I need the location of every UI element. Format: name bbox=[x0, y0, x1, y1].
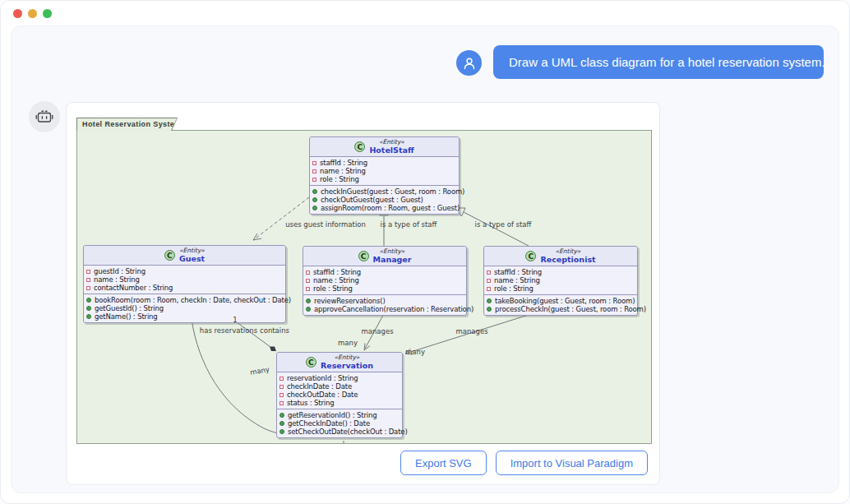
operations-compartment: getReservationId() : String getCheckInDa… bbox=[277, 409, 402, 437]
attribute-icon bbox=[487, 270, 491, 275]
edge-label-manages-manager: manages bbox=[361, 327, 393, 335]
diagram-card: Hotel Reservation System bbox=[66, 102, 660, 485]
operation-row: checkOutGuest(guest : Guest) bbox=[312, 196, 456, 204]
attribute-row: staffId : String bbox=[306, 268, 464, 276]
multiplicity-many-manager: many bbox=[338, 339, 358, 347]
import-to-visual-paradigm-button[interactable]: Import to Visual Paradigm bbox=[496, 451, 648, 475]
operations-compartment: checkInGuest(guest : Guest, room : Room)… bbox=[310, 185, 459, 214]
attribute-icon bbox=[487, 279, 491, 283]
class-name: Receptionist bbox=[540, 255, 595, 264]
class-receptionist[interactable]: C «Entity» Receptionist staffId : String… bbox=[483, 246, 638, 316]
attribute-row: role : String bbox=[487, 284, 635, 293]
edge-label-has-reservations: has reservations bbox=[200, 326, 257, 335]
operation-icon bbox=[312, 206, 317, 210]
export-svg-button[interactable]: Export SVG bbox=[400, 451, 487, 475]
class-stereotype: «Entity» bbox=[373, 248, 412, 255]
close-window-button[interactable] bbox=[13, 9, 22, 18]
edge-label-manages-receptionist: manages bbox=[455, 327, 487, 335]
operation-icon bbox=[312, 189, 317, 194]
class-hotelstaff[interactable]: C «Entity» HotelStaff staffId : String n… bbox=[309, 136, 460, 215]
attribute-icon bbox=[86, 286, 90, 290]
frame-title-tab: Hotel Reservation System bbox=[76, 118, 178, 131]
attribute-icon bbox=[306, 279, 310, 283]
operation-row: assignRoom(room : Room, guest : Guest) bbox=[312, 204, 456, 212]
edge-label-contains: contains bbox=[260, 326, 289, 335]
attribute-row: name : String bbox=[312, 167, 456, 175]
attribute-row: status : String bbox=[279, 399, 400, 407]
attributes-compartment: staffId : String name : String role : St… bbox=[303, 266, 466, 294]
operation-icon bbox=[279, 429, 284, 434]
operation-icon bbox=[86, 306, 91, 311]
operations-compartment: takeBooking(guest : Guest, room : Room) … bbox=[484, 294, 637, 315]
attribute-icon bbox=[487, 287, 491, 291]
class-manager-header: C «Entity» Manager bbox=[303, 247, 466, 266]
attribute-row: role : String bbox=[306, 284, 464, 293]
maximize-window-button[interactable] bbox=[43, 9, 52, 18]
class-guest[interactable]: C «Entity» Guest guestId : String name :… bbox=[83, 245, 286, 323]
class-icon: C bbox=[525, 251, 536, 261]
attributes-compartment: staffId : String name : String role : St… bbox=[484, 266, 637, 294]
operation-row: reviewReservations() bbox=[306, 297, 464, 305]
operation-icon bbox=[86, 298, 91, 303]
content-panel: Draw a UML class diagram for a hotel res… bbox=[11, 25, 839, 493]
operation-row: getName() : String bbox=[86, 312, 283, 321]
attribute-icon bbox=[312, 169, 316, 173]
attribute-row: staffId : String bbox=[312, 159, 456, 167]
attributes-compartment: staffId : String name : String role : St… bbox=[310, 157, 459, 185]
attributes-compartment: guestId : String name : String contactNu… bbox=[84, 266, 285, 294]
robot-icon bbox=[35, 107, 54, 127]
class-stereotype: «Entity» bbox=[369, 139, 413, 146]
diagram-actions: Export SVG Import to Visual Paradigm bbox=[400, 451, 648, 475]
operation-row: getGuestId() : String bbox=[86, 304, 283, 312]
user-message-bubble: Draw a UML class diagram for a hotel res… bbox=[493, 45, 824, 79]
attribute-icon bbox=[279, 385, 284, 389]
class-name: Guest bbox=[179, 254, 205, 263]
attribute-row: name : String bbox=[306, 276, 464, 284]
class-guest-header: C «Entity» Guest bbox=[84, 246, 285, 266]
class-stereotype: «Entity» bbox=[179, 247, 205, 254]
operation-row: getCheckInDate() : Date bbox=[279, 419, 400, 428]
operation-row: checkInGuest(guest : Guest, room : Room) bbox=[312, 187, 456, 196]
class-name: Manager bbox=[373, 255, 412, 264]
class-icon: C bbox=[164, 250, 175, 261]
person-icon bbox=[462, 56, 477, 71]
attribute-row: contactNumber : String bbox=[86, 284, 283, 292]
class-stereotype: «Entity» bbox=[540, 248, 595, 255]
attribute-row: checkOutDate : Date bbox=[279, 391, 400, 399]
operation-row: takeBooking(guest : Guest, room : Room) bbox=[487, 297, 635, 305]
class-stereotype: «Entity» bbox=[321, 354, 373, 361]
attribute-icon bbox=[312, 161, 316, 165]
operation-icon bbox=[487, 298, 492, 303]
operation-row: bookRoom(room : Room, checkIn : Date, ch… bbox=[86, 296, 283, 304]
attribute-row: name : String bbox=[86, 275, 283, 284]
minimize-window-button[interactable] bbox=[28, 9, 37, 18]
uml-frame: Hotel Reservation System bbox=[76, 118, 652, 444]
operation-row: setCheckOutDate(checkOut : Date) bbox=[279, 428, 400, 436]
attribute-icon bbox=[279, 377, 284, 381]
attribute-row: staffId : String bbox=[487, 268, 635, 276]
attribute-icon bbox=[306, 287, 310, 291]
operation-icon bbox=[86, 314, 91, 319]
operation-icon bbox=[306, 298, 311, 303]
attribute-icon bbox=[279, 393, 284, 397]
attributes-compartment: reservationId : String checkInDate : Dat… bbox=[277, 372, 402, 409]
class-icon: C bbox=[306, 357, 316, 368]
edge-label-is-a-type-of-staff-receptionist: is a type of staff bbox=[475, 220, 532, 229]
class-icon: C bbox=[358, 251, 369, 261]
class-manager[interactable]: C «Entity» Manager staffId : String name… bbox=[303, 246, 467, 316]
app-window: Draw a UML class diagram for a hotel res… bbox=[0, 0, 850, 504]
edge-label-uses-guest-information: uses guest information bbox=[285, 220, 366, 229]
class-reservation-header: C «Entity» Reservation bbox=[277, 353, 402, 372]
class-reservation[interactable]: C «Entity» Reservation reservationId : S… bbox=[276, 352, 403, 438]
operations-compartment: reviewReservations() approveCancellation… bbox=[303, 294, 466, 315]
operation-row: approveCancellation(reservation : Reserv… bbox=[306, 305, 464, 313]
class-receptionist-header: C «Entity» Receptionist bbox=[484, 247, 637, 266]
user-avatar bbox=[456, 50, 482, 76]
attribute-row: name : String bbox=[487, 276, 635, 284]
operation-row: getReservationId() : String bbox=[279, 411, 400, 419]
multiplicity-one: 1 bbox=[233, 316, 237, 324]
class-name: HotelStaff bbox=[369, 146, 413, 155]
attribute-row: reservationId : String bbox=[279, 374, 400, 382]
operation-icon bbox=[306, 307, 311, 312]
attribute-row: role : String bbox=[312, 175, 456, 183]
